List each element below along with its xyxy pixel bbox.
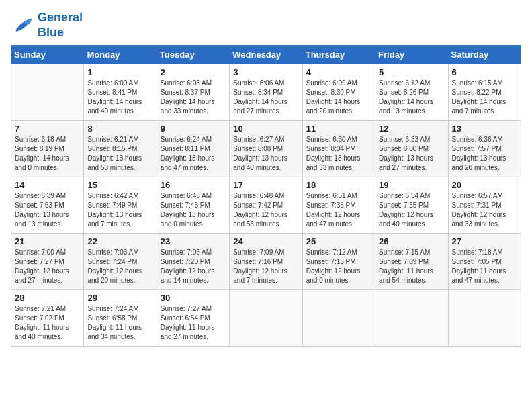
calendar-cell bbox=[375, 290, 448, 347]
calendar-cell bbox=[448, 290, 521, 347]
calendar-cell: 25Sunrise: 7:12 AM Sunset: 7:13 PM Dayli… bbox=[302, 234, 375, 290]
column-header-tuesday: Tuesday bbox=[157, 46, 229, 64]
day-number: 13 bbox=[452, 124, 517, 134]
day-detail: Sunrise: 6:57 AM Sunset: 7:31 PM Dayligh… bbox=[452, 191, 517, 229]
day-detail: Sunrise: 7:21 AM Sunset: 7:02 PM Dayligh… bbox=[15, 304, 80, 342]
day-detail: Sunrise: 6:00 AM Sunset: 8:41 PM Dayligh… bbox=[87, 79, 152, 116]
calendar-cell: 18Sunrise: 6:51 AM Sunset: 7:38 PM Dayli… bbox=[302, 177, 375, 234]
calendar-cell: 22Sunrise: 7:03 AM Sunset: 7:24 PM Dayli… bbox=[84, 234, 157, 290]
day-detail: Sunrise: 6:06 AM Sunset: 8:34 PM Dayligh… bbox=[233, 79, 298, 116]
calendar-cell: 8Sunrise: 6:21 AM Sunset: 8:15 PM Daylig… bbox=[84, 121, 157, 177]
day-number: 3 bbox=[233, 67, 298, 77]
logo: General Blue bbox=[11, 11, 83, 40]
column-header-thursday: Thursday bbox=[302, 46, 375, 64]
day-detail: Sunrise: 6:36 AM Sunset: 7:57 PM Dayligh… bbox=[452, 135, 517, 173]
day-number: 10 bbox=[233, 124, 298, 134]
calendar-cell: 2Sunrise: 6:03 AM Sunset: 8:37 PM Daylig… bbox=[157, 64, 229, 121]
day-number: 11 bbox=[306, 124, 371, 134]
day-number: 7 bbox=[15, 124, 80, 134]
calendar-cell bbox=[302, 290, 375, 347]
day-number: 15 bbox=[87, 180, 152, 190]
calendar-cell: 19Sunrise: 6:54 AM Sunset: 7:35 PM Dayli… bbox=[375, 177, 448, 234]
calendar-cell: 6Sunrise: 6:15 AM Sunset: 8:22 PM Daylig… bbox=[448, 64, 521, 121]
calendar-cell: 29Sunrise: 7:24 AM Sunset: 6:58 PM Dayli… bbox=[84, 290, 157, 347]
day-number: 2 bbox=[161, 67, 226, 77]
day-number: 30 bbox=[161, 293, 226, 303]
day-detail: Sunrise: 6:27 AM Sunset: 8:08 PM Dayligh… bbox=[233, 135, 298, 173]
calendar-cell: 7Sunrise: 6:18 AM Sunset: 8:19 PM Daylig… bbox=[11, 121, 84, 177]
calendar-cell: 11Sunrise: 6:30 AM Sunset: 8:04 PM Dayli… bbox=[302, 121, 375, 177]
calendar-cell: 26Sunrise: 7:15 AM Sunset: 7:09 PM Dayli… bbox=[375, 234, 448, 290]
day-number: 24 bbox=[233, 236, 298, 246]
day-number: 6 bbox=[452, 67, 517, 77]
day-number: 5 bbox=[379, 67, 444, 77]
day-number: 8 bbox=[87, 124, 152, 134]
day-number: 22 bbox=[87, 236, 152, 246]
calendar-cell bbox=[230, 290, 302, 347]
day-number: 14 bbox=[15, 180, 80, 190]
day-number: 29 bbox=[87, 293, 152, 303]
day-detail: Sunrise: 6:03 AM Sunset: 8:37 PM Dayligh… bbox=[161, 79, 226, 116]
day-number: 28 bbox=[15, 293, 80, 303]
day-detail: Sunrise: 6:54 AM Sunset: 7:35 PM Dayligh… bbox=[379, 191, 444, 229]
day-detail: Sunrise: 7:18 AM Sunset: 7:05 PM Dayligh… bbox=[452, 248, 517, 285]
day-detail: Sunrise: 6:39 AM Sunset: 7:53 PM Dayligh… bbox=[15, 191, 80, 229]
day-detail: Sunrise: 6:30 AM Sunset: 8:04 PM Dayligh… bbox=[306, 135, 371, 173]
day-detail: Sunrise: 6:21 AM Sunset: 8:15 PM Dayligh… bbox=[87, 135, 152, 173]
calendar-cell: 14Sunrise: 6:39 AM Sunset: 7:53 PM Dayli… bbox=[11, 177, 84, 234]
logo-text: General Blue bbox=[38, 11, 83, 40]
calendar-cell: 1Sunrise: 6:00 AM Sunset: 8:41 PM Daylig… bbox=[84, 64, 157, 121]
day-detail: Sunrise: 7:15 AM Sunset: 7:09 PM Dayligh… bbox=[379, 248, 444, 285]
logo-bird-icon bbox=[11, 13, 35, 38]
calendar-cell: 16Sunrise: 6:45 AM Sunset: 7:46 PM Dayli… bbox=[157, 177, 229, 234]
calendar-cell: 23Sunrise: 7:06 AM Sunset: 7:20 PM Dayli… bbox=[157, 234, 229, 290]
calendar-cell: 15Sunrise: 6:42 AM Sunset: 7:49 PM Dayli… bbox=[84, 177, 157, 234]
calendar-cell bbox=[11, 64, 84, 121]
day-detail: Sunrise: 6:51 AM Sunset: 7:38 PM Dayligh… bbox=[306, 191, 371, 229]
day-number: 1 bbox=[87, 67, 152, 77]
day-detail: Sunrise: 6:24 AM Sunset: 8:11 PM Dayligh… bbox=[161, 135, 226, 173]
calendar-cell: 9Sunrise: 6:24 AM Sunset: 8:11 PM Daylig… bbox=[157, 121, 229, 177]
day-detail: Sunrise: 7:09 AM Sunset: 7:16 PM Dayligh… bbox=[233, 248, 298, 285]
day-detail: Sunrise: 6:33 AM Sunset: 8:00 PM Dayligh… bbox=[379, 135, 444, 173]
calendar-cell: 4Sunrise: 6:09 AM Sunset: 8:30 PM Daylig… bbox=[302, 64, 375, 121]
day-detail: Sunrise: 6:15 AM Sunset: 8:22 PM Dayligh… bbox=[452, 79, 517, 116]
calendar-cell: 13Sunrise: 6:36 AM Sunset: 7:57 PM Dayli… bbox=[448, 121, 521, 177]
day-number: 21 bbox=[15, 236, 80, 246]
column-header-monday: Monday bbox=[84, 46, 157, 64]
day-number: 27 bbox=[452, 236, 517, 246]
calendar-cell: 21Sunrise: 7:00 AM Sunset: 7:27 PM Dayli… bbox=[11, 234, 84, 290]
calendar-cell: 30Sunrise: 7:27 AM Sunset: 6:54 PM Dayli… bbox=[157, 290, 229, 347]
column-header-sunday: Sunday bbox=[11, 46, 84, 64]
day-detail: Sunrise: 6:45 AM Sunset: 7:46 PM Dayligh… bbox=[161, 191, 226, 229]
column-header-wednesday: Wednesday bbox=[230, 46, 302, 64]
day-number: 17 bbox=[233, 180, 298, 190]
calendar-cell: 20Sunrise: 6:57 AM Sunset: 7:31 PM Dayli… bbox=[448, 177, 521, 234]
day-detail: Sunrise: 6:18 AM Sunset: 8:19 PM Dayligh… bbox=[15, 135, 80, 173]
day-number: 26 bbox=[379, 236, 444, 246]
column-header-saturday: Saturday bbox=[448, 46, 521, 64]
calendar-cell: 27Sunrise: 7:18 AM Sunset: 7:05 PM Dayli… bbox=[448, 234, 521, 290]
day-number: 19 bbox=[379, 180, 444, 190]
day-number: 18 bbox=[306, 180, 371, 190]
calendar-cell: 17Sunrise: 6:48 AM Sunset: 7:42 PM Dayli… bbox=[230, 177, 302, 234]
calendar-cell: 24Sunrise: 7:09 AM Sunset: 7:16 PM Dayli… bbox=[230, 234, 302, 290]
calendar-cell: 5Sunrise: 6:12 AM Sunset: 8:26 PM Daylig… bbox=[375, 64, 448, 121]
day-number: 20 bbox=[452, 180, 517, 190]
day-detail: Sunrise: 7:03 AM Sunset: 7:24 PM Dayligh… bbox=[87, 248, 152, 285]
calendar-table: SundayMondayTuesdayWednesdayThursdayFrid… bbox=[11, 45, 521, 347]
day-number: 23 bbox=[161, 236, 226, 246]
column-header-friday: Friday bbox=[375, 46, 448, 64]
day-detail: Sunrise: 7:12 AM Sunset: 7:13 PM Dayligh… bbox=[306, 248, 371, 285]
calendar-cell: 3Sunrise: 6:06 AM Sunset: 8:34 PM Daylig… bbox=[230, 64, 302, 121]
calendar-cell: 10Sunrise: 6:27 AM Sunset: 8:08 PM Dayli… bbox=[230, 121, 302, 177]
day-detail: Sunrise: 7:27 AM Sunset: 6:54 PM Dayligh… bbox=[161, 304, 226, 342]
day-number: 16 bbox=[161, 180, 226, 190]
day-number: 9 bbox=[161, 124, 226, 134]
day-detail: Sunrise: 7:24 AM Sunset: 6:58 PM Dayligh… bbox=[87, 304, 152, 342]
calendar-cell: 12Sunrise: 6:33 AM Sunset: 8:00 PM Dayli… bbox=[375, 121, 448, 177]
day-detail: Sunrise: 6:12 AM Sunset: 8:26 PM Dayligh… bbox=[379, 79, 444, 116]
day-number: 12 bbox=[379, 124, 444, 134]
day-detail: Sunrise: 6:42 AM Sunset: 7:49 PM Dayligh… bbox=[87, 191, 152, 229]
day-detail: Sunrise: 6:48 AM Sunset: 7:42 PM Dayligh… bbox=[233, 191, 298, 229]
